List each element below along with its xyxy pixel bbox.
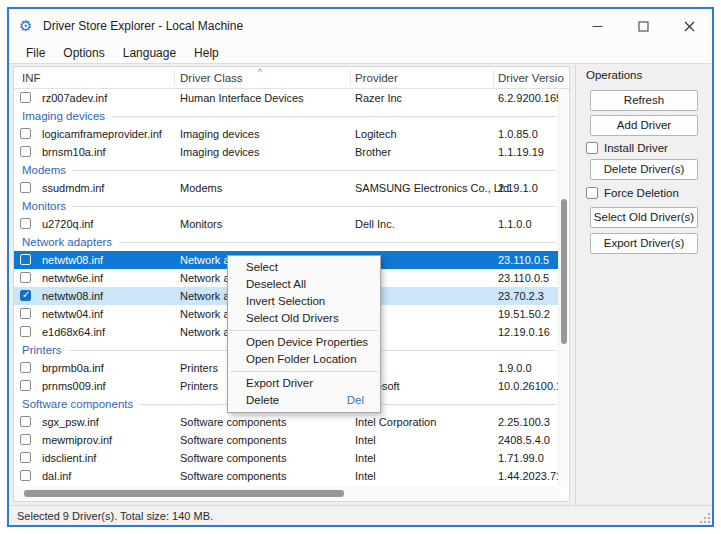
table-row[interactable]: mewmiprov.inf Software components Intel …: [14, 431, 559, 449]
cell-driver-class: Network a: [180, 287, 230, 305]
menu-language[interactable]: Language: [114, 44, 185, 62]
cell-driver-class: Imaging devices: [180, 125, 260, 143]
cell-inf: logicamframeprovider.inf: [42, 125, 162, 143]
horizontal-scrollbar-thumb[interactable]: [24, 490, 344, 497]
add-driver-button[interactable]: Add Driver: [590, 115, 698, 136]
force-deletion-checkbox[interactable]: Force Deletion: [586, 187, 679, 199]
row-checkbox[interactable]: [20, 218, 31, 229]
maximize-button[interactable]: [620, 9, 666, 43]
row-checkbox[interactable]: [20, 326, 31, 337]
context-menu-delete-label: Delete: [246, 394, 279, 406]
cell-inf: ssudmdm.inf: [42, 179, 104, 197]
row-checkbox[interactable]: [20, 182, 31, 193]
close-button[interactable]: [666, 9, 712, 43]
row-checkbox[interactable]: [20, 254, 31, 265]
resize-grip-icon[interactable]: [699, 512, 711, 524]
maximize-icon: [638, 21, 649, 32]
export-drivers-button[interactable]: Export Driver(s): [590, 233, 698, 254]
menu-options[interactable]: Options: [54, 44, 113, 62]
cell-driver-class: Printers: [180, 359, 218, 377]
context-menu-item-open-device-properties[interactable]: Open Device Properties: [228, 334, 380, 351]
window-title: Driver Store Explorer - Local Machine: [43, 19, 243, 33]
cell-driver-class: Network a: [180, 323, 230, 341]
row-checkbox-checked[interactable]: [20, 290, 31, 301]
minimize-button[interactable]: [574, 9, 620, 43]
row-checkbox[interactable]: [20, 416, 31, 427]
delete-drivers-button[interactable]: Delete Driver(s): [590, 159, 698, 180]
table-row[interactable]: rz007adev.inf Human Interface Devices Ra…: [14, 89, 559, 107]
close-icon: [684, 21, 695, 32]
group-label: Network adapters: [22, 236, 112, 248]
row-checkbox[interactable]: [20, 92, 31, 103]
cell-inf: u2720q.inf: [42, 215, 93, 233]
table-row[interactable]: brnsm10a.inf Imaging devices Brother 1.1…: [14, 143, 559, 161]
table-row[interactable]: idsclient.inf Software components Intel …: [14, 449, 559, 467]
cell-version: 12.19.0.16: [498, 323, 559, 341]
row-checkbox[interactable]: [20, 452, 31, 463]
operations-title: Operations: [586, 69, 642, 81]
app-gear-icon: ⚙: [19, 18, 35, 34]
row-checkbox[interactable]: [20, 146, 31, 157]
checkbox-icon[interactable]: [586, 187, 598, 199]
column-header-inf[interactable]: INF: [22, 67, 41, 89]
column-divider: [350, 70, 351, 86]
vertical-scrollbar-thumb[interactable]: [561, 199, 567, 344]
context-menu-item-invert-selection[interactable]: Invert Selection: [228, 293, 380, 310]
group-header: Imaging devices: [14, 107, 559, 125]
checkbox-icon[interactable]: [586, 142, 598, 154]
table-row[interactable]: sgx_psw.inf Software components Intel Co…: [14, 413, 559, 431]
cell-driver-class: Imaging devices: [180, 143, 260, 161]
cell-version: 10.0.26100.1: [498, 377, 559, 395]
cell-inf: netwtw04.inf: [42, 305, 103, 323]
cell-provider: Intel: [355, 431, 376, 449]
row-checkbox[interactable]: [20, 272, 31, 283]
context-menu-item-export-driver[interactable]: Export Driver: [228, 375, 380, 392]
context-menu-item-deselect-all[interactable]: Deselect All: [228, 276, 380, 293]
menu-bar: File Options Language Help: [9, 43, 712, 64]
group-divider: [73, 170, 556, 171]
minimize-icon: [592, 21, 603, 32]
refresh-button[interactable]: Refresh: [590, 90, 698, 111]
group-label: Modems: [22, 164, 66, 176]
table-row[interactable]: ssudmdm.inf Modems SAMSUNG Electronics C…: [14, 179, 559, 197]
context-menu-item-select[interactable]: Select: [228, 259, 380, 276]
group-header: Network adapters: [14, 233, 559, 251]
vertical-scrollbar[interactable]: [558, 89, 568, 487]
row-checkbox[interactable]: [20, 128, 31, 139]
row-checkbox[interactable]: [20, 470, 31, 481]
column-divider: [493, 70, 494, 86]
column-header-provider[interactable]: Provider: [355, 67, 398, 89]
row-checkbox[interactable]: [20, 380, 31, 391]
horizontal-scrollbar[interactable]: [14, 486, 559, 500]
group-header: Modems: [14, 161, 559, 179]
cell-provider: Intel: [355, 449, 376, 467]
cell-inf: mewmiprov.inf: [42, 431, 112, 449]
cell-driver-class: Monitors: [180, 215, 222, 233]
cell-provider: Logitech: [355, 125, 397, 143]
row-checkbox[interactable]: [20, 434, 31, 445]
group-divider: [73, 206, 556, 207]
column-header-driver-version[interactable]: Driver Versio: [498, 67, 564, 89]
cell-driver-class: Software components: [180, 467, 286, 485]
table-row[interactable]: u2720q.inf Monitors Dell Inc. 1.1.0.0: [14, 215, 559, 233]
context-menu-item-open-folder-location[interactable]: Open Folder Location: [228, 351, 380, 368]
row-checkbox[interactable]: [20, 308, 31, 319]
context-menu-item-select-old-drivers[interactable]: Select Old Drivers: [228, 310, 380, 327]
install-driver-checkbox[interactable]: Install Driver: [586, 142, 668, 154]
context-menu-item-delete[interactable]: Delete Del: [228, 392, 380, 409]
table-row[interactable]: dal.inf Software components Intel 1.44.2…: [14, 467, 559, 485]
force-deletion-label: Force Deletion: [604, 187, 679, 199]
group-divider: [112, 116, 556, 117]
column-header-driver-class[interactable]: Driver Class: [180, 67, 243, 89]
menu-help[interactable]: Help: [185, 44, 228, 62]
table-row[interactable]: logicamframeprovider.inf Imaging devices…: [14, 125, 559, 143]
cell-inf: netwtw08.inf: [42, 251, 103, 269]
row-checkbox[interactable]: [20, 362, 31, 373]
select-old-drivers-button[interactable]: Select Old Driver(s): [590, 207, 698, 228]
group-label: Monitors: [22, 200, 66, 212]
menu-file[interactable]: File: [17, 44, 54, 62]
cell-driver-class: Network a: [180, 305, 230, 323]
group-header: Monitors: [14, 197, 559, 215]
cell-driver-class: Software components: [180, 413, 286, 431]
cell-version: 19.51.50.2: [498, 305, 559, 323]
